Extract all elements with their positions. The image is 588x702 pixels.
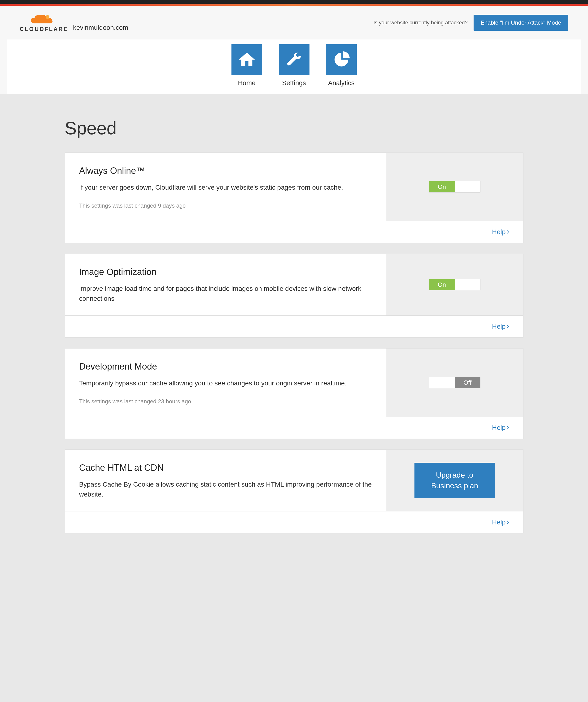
help-link[interactable]: Help [492,323,509,330]
card-description: Improve image load time and for pages th… [79,284,372,304]
card-description: Temporarily bypass our cache allowing yo… [79,378,372,388]
help-text: Help [492,518,506,526]
development-mode-toggle[interactable]: Off [429,377,480,388]
help-link[interactable]: Help [492,228,509,236]
home-icon [231,44,262,75]
toggle-on-label: On [429,182,455,192]
main-content: Speed Always Online™ If your server goes… [65,94,523,558]
nav-analytics[interactable]: Analytics [326,44,357,87]
chevron-right-icon [507,426,509,430]
help-text: Help [492,424,506,432]
toggle-on-label: On [429,279,455,290]
brand-group: CLOUDFLARE kevinmuldoon.com [20,13,128,32]
gradient-bar [0,4,588,6]
chevron-right-icon [507,230,509,234]
upgrade-line2: Business plan [431,481,478,490]
card-description: If your server goes down, Cloudflare wil… [79,183,372,193]
domain-name: kevinmuldoon.com [73,24,128,31]
help-link[interactable]: Help [492,424,509,432]
card-title: Cache HTML at CDN [79,463,372,473]
card-cache-html: Cache HTML at CDN Bypass Cache By Cookie… [65,450,523,534]
nav-bar: Home Settings Analytics [7,39,581,94]
cloud-icon [29,13,60,26]
card-always-online: Always Online™ If your server goes down,… [65,152,523,243]
logo-text: CLOUDFLARE [20,26,68,32]
card-development-mode: Development Mode Temporarily bypass our … [65,348,523,439]
upgrade-button[interactable]: Upgrade to Business plan [415,463,495,498]
nav-label: Settings [282,79,306,87]
attack-group: Is your website currently being attacked… [373,15,568,31]
chevron-right-icon [507,520,509,524]
nav-home[interactable]: Home [231,44,262,87]
nav-label: Analytics [328,79,354,87]
toggle-off-side [455,279,480,290]
toggle-on-side [429,377,455,388]
pie-chart-icon [326,44,357,75]
nav-settings[interactable]: Settings [279,44,310,87]
top-bar [0,0,588,4]
chevron-right-icon [507,325,509,328]
svg-point-0 [46,15,49,19]
toggle-off-side [455,182,480,192]
header: CLOUDFLARE kevinmuldoon.com Is your webs… [0,6,588,94]
cloudflare-logo[interactable]: CLOUDFLARE [20,13,68,32]
under-attack-button[interactable]: Enable "I'm Under Attack" Mode [474,15,568,31]
card-meta: This settings was last changed 9 days ag… [79,202,372,209]
help-text: Help [492,323,506,330]
card-title: Always Online™ [79,166,372,176]
help-link[interactable]: Help [492,518,509,526]
image-optimization-toggle[interactable]: On [429,279,480,290]
card-title: Image Optimization [79,267,372,277]
toggle-off-label: Off [455,377,480,388]
card-meta: This settings was last changed 23 hours … [79,398,372,405]
help-text: Help [492,228,506,236]
upgrade-line1: Upgrade to [436,471,473,479]
wrench-icon [279,44,310,75]
always-online-toggle[interactable]: On [429,181,480,193]
attack-prompt: Is your website currently being attacked… [373,20,468,26]
card-image-optimization: Image Optimization Improve image load ti… [65,254,523,338]
nav-label: Home [238,79,256,87]
card-title: Development Mode [79,361,372,372]
card-description: Bypass Cache By Cookie allows caching st… [79,479,372,499]
page-title: Speed [65,118,523,138]
